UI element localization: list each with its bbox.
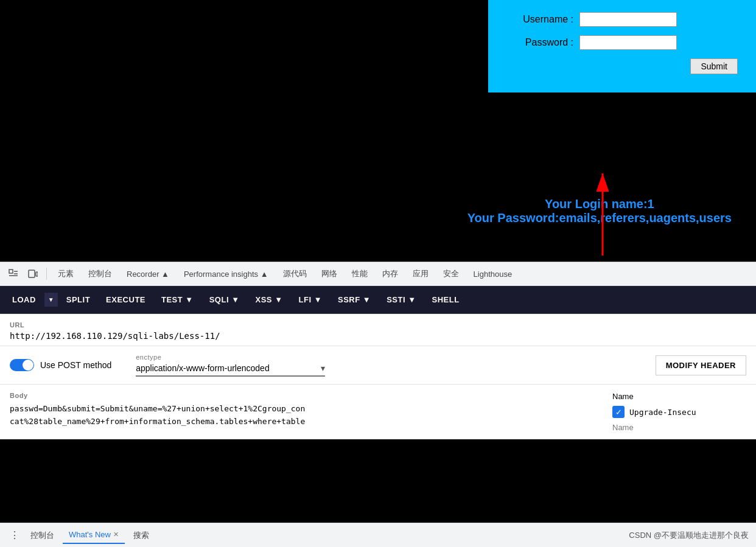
tab-lighthouse[interactable]: Lighthouse <box>467 267 519 281</box>
tab-memory[interactable]: 内存 <box>376 266 404 282</box>
body-line2: cat%28table_name%29+from+information_sch… <box>10 417 305 426</box>
shell-button[interactable]: SHELL <box>425 291 467 308</box>
login-form-area: Username : Password : Submit <box>488 0 756 92</box>
body-value: passwd=Dumb&submit=Submit&uname=%27+unio… <box>10 403 600 428</box>
username-row: Username : <box>506 12 738 27</box>
name-label2: Name <box>612 423 746 432</box>
body-section: Body passwd=Dumb&submit=Submit&uname=%27… <box>0 385 756 439</box>
name-row: ✓ Upgrade-Insecu <box>612 406 746 418</box>
tab-sources[interactable]: 源代码 <box>277 266 313 282</box>
test-button[interactable]: TEST ▼ <box>154 291 201 308</box>
tab-console[interactable]: 控制台 <box>82 266 118 282</box>
devtools-toolbar: 元素 控制台 Recorder ▲ Performance insights ▲… <box>0 262 756 286</box>
enctype-select-container[interactable]: application/x-www-form-urlencoded ▾ <box>136 363 325 377</box>
name-label: Name <box>612 392 746 401</box>
sql-login-name: Your Login name:1 <box>467 197 732 211</box>
tab-recorder[interactable]: Recorder ▲ <box>121 267 175 281</box>
sqli-button[interactable]: SQLI ▼ <box>202 291 247 308</box>
toggle-container: Use POST method <box>10 359 111 371</box>
url-section: URL http://192.168.110.129/sqli-labs/Les… <box>0 314 756 346</box>
execute-button[interactable]: EXECUTE <box>99 291 153 308</box>
whats-new-close-icon[interactable]: ✕ <box>113 531 119 538</box>
tab-performance-insights[interactable]: Performance insights ▲ <box>178 267 275 281</box>
bottom-tab-console-label: 控制台 <box>30 530 54 541</box>
xss-button[interactable]: XSS ▼ <box>248 291 290 308</box>
tab-performance[interactable]: 性能 <box>346 266 374 282</box>
body-right: Name ✓ Upgrade-Insecu Name <box>612 392 746 432</box>
lfi-button[interactable]: LFI ▼ <box>292 291 329 308</box>
more-options-icon[interactable]: ⋮ <box>7 527 22 543</box>
modify-header-button[interactable]: MODIFY HEADER <box>656 355 746 375</box>
separator <box>46 268 47 280</box>
split-button[interactable]: SPLIT <box>59 291 97 308</box>
inspect-icon[interactable] <box>5 265 22 282</box>
bottom-tab-whats-new[interactable]: What's New ✕ <box>63 526 125 544</box>
bottom-tabs: ⋮ 控制台 What's New ✕ 搜索 <box>7 526 155 545</box>
toggle-label: Use POST method <box>40 360 111 370</box>
body-left: Body passwd=Dumb&submit=Submit&uname=%27… <box>10 392 600 432</box>
browser-content: Username : Password : Submit Your Login … <box>0 0 756 262</box>
bottom-right-text: CSDN @不要温顺地走进那个良夜 <box>629 530 749 541</box>
bottom-bar: ⋮ 控制台 What's New ✕ 搜索 CSDN @不要温顺地走进那个良夜 <box>0 523 756 547</box>
url-value: http://192.168.110.129/sqli-labs/Less-11… <box>10 331 746 341</box>
load-dropdown[interactable]: ▼ <box>44 293 58 307</box>
ssti-button[interactable]: SSTI ▼ <box>379 291 423 308</box>
password-label: Password : <box>506 37 573 48</box>
submit-row: Submit <box>506 58 738 74</box>
bottom-tab-search-label: 搜索 <box>133 530 149 541</box>
bottom-tab-search[interactable]: 搜索 <box>127 526 155 545</box>
device-icon[interactable] <box>24 265 41 282</box>
load-button[interactable]: LOAD <box>5 291 43 308</box>
enctype-value: application/x-www-form-urlencoded <box>136 363 318 373</box>
post-toggle[interactable] <box>10 359 34 371</box>
name-checkbox[interactable]: ✓ <box>612 406 625 418</box>
main-content: URL http://192.168.110.129/sqli-labs/Les… <box>0 314 756 439</box>
enctype-dropdown-icon[interactable]: ▾ <box>321 363 325 373</box>
tab-elements[interactable]: 元素 <box>52 266 80 282</box>
enctype-label: enctype <box>136 354 325 361</box>
toggle-circle <box>23 360 33 371</box>
url-label: URL <box>10 321 746 329</box>
name-value: Upgrade-Insecu <box>629 408 696 417</box>
body-line1: passwd=Dumb&submit=Submit&uname=%27+unio… <box>10 404 305 413</box>
svg-rect-2 <box>9 270 13 273</box>
tab-application[interactable]: 应用 <box>407 266 435 282</box>
username-input[interactable] <box>579 12 677 27</box>
svg-rect-6 <box>29 270 35 277</box>
enctype-section: enctype application/x-www-form-urlencode… <box>136 354 325 377</box>
submit-button[interactable]: Submit <box>690 58 738 74</box>
sql-result: Your Login name:1 Your Password:emails,r… <box>467 197 732 225</box>
post-section: Use POST method enctype application/x-ww… <box>0 346 756 385</box>
tab-security[interactable]: 安全 <box>437 266 465 282</box>
bottom-tab-console[interactable]: 控制台 <box>24 526 60 545</box>
username-label: Username : <box>506 14 573 25</box>
svg-rect-7 <box>36 272 38 276</box>
password-input[interactable] <box>579 35 677 50</box>
custom-toolbar: LOAD ▼ SPLIT EXECUTE TEST ▼ SQLI ▼ XSS ▼… <box>0 286 756 314</box>
sql-password: Your Password:emails,referers,uagents,us… <box>467 211 732 225</box>
password-row: Password : <box>506 35 738 50</box>
ssrf-button[interactable]: SSRF ▼ <box>331 291 378 308</box>
tab-network[interactable]: 网络 <box>315 266 343 282</box>
body-label: Body <box>10 392 600 399</box>
bottom-tab-whats-new-label: What's New <box>69 530 111 539</box>
